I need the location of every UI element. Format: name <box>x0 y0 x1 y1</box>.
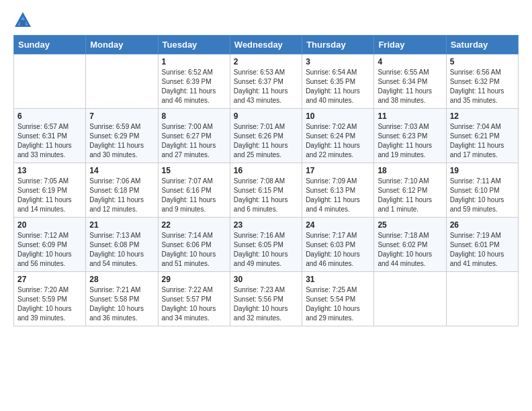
day-number: 3 <box>306 57 370 66</box>
cell-info: Sunrise: 7:05 AMSunset: 6:19 PMDaylight:… <box>17 177 82 214</box>
day-number: 14 <box>89 166 154 175</box>
cell-info: Sunrise: 7:25 AMSunset: 5:54 PMDaylight:… <box>306 285 370 323</box>
calendar-cell: 8Sunrise: 7:00 AMSunset: 6:27 PMDaylight… <box>158 109 230 163</box>
weekday-header-wednesday: Wednesday <box>230 36 302 54</box>
day-number: 2 <box>234 57 298 66</box>
day-number: 19 <box>450 166 515 175</box>
day-number: 20 <box>17 220 82 230</box>
calendar-cell: 21Sunrise: 7:13 AMSunset: 6:08 PMDayligh… <box>86 218 158 272</box>
calendar-cell: 13Sunrise: 7:05 AMSunset: 6:19 PMDayligh… <box>14 163 86 218</box>
day-number: 29 <box>162 275 226 284</box>
cell-info: Sunrise: 7:03 AMSunset: 6:23 PMDaylight:… <box>378 122 442 160</box>
day-number: 5 <box>450 57 515 66</box>
weekday-header-sunday: Sunday <box>14 36 86 54</box>
cell-info: Sunrise: 7:04 AMSunset: 6:21 PMDaylight:… <box>450 122 515 160</box>
calendar-cell <box>14 54 86 109</box>
calendar-cell: 11Sunrise: 7:03 AMSunset: 6:23 PMDayligh… <box>374 109 446 163</box>
day-number: 27 <box>17 275 82 284</box>
day-number: 22 <box>162 220 226 230</box>
cell-info: Sunrise: 7:14 AMSunset: 6:06 PMDaylight:… <box>162 231 226 269</box>
svg-rect-2 <box>20 20 26 26</box>
cell-info: Sunrise: 7:00 AMSunset: 6:27 PMDaylight:… <box>162 122 226 160</box>
cell-info: Sunrise: 6:52 AMSunset: 6:39 PMDaylight:… <box>162 68 226 105</box>
calendar-cell: 28Sunrise: 7:21 AMSunset: 5:58 PMDayligh… <box>86 272 158 326</box>
cell-info: Sunrise: 6:57 AMSunset: 6:31 PMDaylight:… <box>17 122 82 160</box>
calendar-cell <box>374 272 446 326</box>
day-number: 30 <box>234 275 298 284</box>
calendar-cell: 20Sunrise: 7:12 AMSunset: 6:09 PMDayligh… <box>14 218 86 272</box>
calendar-cell: 2Sunrise: 6:53 AMSunset: 6:37 PMDaylight… <box>230 54 302 109</box>
day-number: 25 <box>378 220 442 230</box>
week-row-2: 6Sunrise: 6:57 AMSunset: 6:31 PMDaylight… <box>14 109 519 163</box>
day-number: 28 <box>89 275 154 284</box>
day-number: 21 <box>89 220 154 230</box>
cell-info: Sunrise: 7:09 AMSunset: 6:13 PMDaylight:… <box>306 177 370 214</box>
calendar-cell: 17Sunrise: 7:09 AMSunset: 6:13 PMDayligh… <box>302 163 374 218</box>
cell-info: Sunrise: 7:06 AMSunset: 6:18 PMDaylight:… <box>89 177 154 214</box>
cell-info: Sunrise: 7:01 AMSunset: 6:26 PMDaylight:… <box>234 122 298 160</box>
day-number: 16 <box>234 166 298 175</box>
calendar-cell: 1Sunrise: 6:52 AMSunset: 6:39 PMDaylight… <box>158 54 230 109</box>
cell-info: Sunrise: 7:23 AMSunset: 5:56 PMDaylight:… <box>234 285 298 323</box>
calendar-cell <box>86 54 158 109</box>
day-number: 24 <box>306 220 370 230</box>
cell-info: Sunrise: 7:11 AMSunset: 6:10 PMDaylight:… <box>450 177 515 214</box>
calendar-cell: 16Sunrise: 7:08 AMSunset: 6:15 PMDayligh… <box>230 163 302 218</box>
calendar-cell <box>446 272 518 326</box>
calendar-cell: 25Sunrise: 7:18 AMSunset: 6:02 PMDayligh… <box>374 218 446 272</box>
calendar-cell: 14Sunrise: 7:06 AMSunset: 6:18 PMDayligh… <box>86 163 158 218</box>
calendar-cell: 27Sunrise: 7:20 AMSunset: 5:59 PMDayligh… <box>14 272 86 326</box>
page: SundayMondayTuesdayWednesdayThursdayFrid… <box>0 0 532 337</box>
day-number: 4 <box>378 57 442 66</box>
cell-info: Sunrise: 7:21 AMSunset: 5:58 PMDaylight:… <box>89 285 154 323</box>
cell-info: Sunrise: 6:55 AMSunset: 6:34 PMDaylight:… <box>378 68 442 105</box>
calendar-cell: 24Sunrise: 7:17 AMSunset: 6:03 PMDayligh… <box>302 218 374 272</box>
day-number: 18 <box>378 166 442 175</box>
cell-info: Sunrise: 7:18 AMSunset: 6:02 PMDaylight:… <box>378 231 442 269</box>
cell-info: Sunrise: 7:07 AMSunset: 6:16 PMDaylight:… <box>162 177 226 214</box>
calendar-cell: 7Sunrise: 6:59 AMSunset: 6:29 PMDaylight… <box>86 109 158 163</box>
calendar-cell: 23Sunrise: 7:16 AMSunset: 6:05 PMDayligh… <box>230 218 302 272</box>
calendar-cell: 15Sunrise: 7:07 AMSunset: 6:16 PMDayligh… <box>158 163 230 218</box>
cell-info: Sunrise: 7:13 AMSunset: 6:08 PMDaylight:… <box>89 231 154 269</box>
day-number: 9 <box>234 111 298 121</box>
calendar-cell: 19Sunrise: 7:11 AMSunset: 6:10 PMDayligh… <box>446 163 518 218</box>
day-number: 23 <box>234 220 298 230</box>
day-number: 26 <box>450 220 515 230</box>
cell-info: Sunrise: 6:59 AMSunset: 6:29 PMDaylight:… <box>89 122 154 160</box>
day-number: 8 <box>162 111 226 121</box>
day-number: 15 <box>162 166 226 175</box>
day-number: 31 <box>306 275 370 284</box>
calendar-cell: 30Sunrise: 7:23 AMSunset: 5:56 PMDayligh… <box>230 272 302 326</box>
day-number: 7 <box>89 111 154 121</box>
day-number: 17 <box>306 166 370 175</box>
day-number: 11 <box>378 111 442 121</box>
calendar-cell: 9Sunrise: 7:01 AMSunset: 6:26 PMDaylight… <box>230 109 302 163</box>
week-row-5: 27Sunrise: 7:20 AMSunset: 5:59 PMDayligh… <box>14 272 519 326</box>
week-row-1: 1Sunrise: 6:52 AMSunset: 6:39 PMDaylight… <box>14 54 519 109</box>
calendar-cell: 18Sunrise: 7:10 AMSunset: 6:12 PMDayligh… <box>374 163 446 218</box>
calendar-cell: 29Sunrise: 7:22 AMSunset: 5:57 PMDayligh… <box>158 272 230 326</box>
calendar-cell: 10Sunrise: 7:02 AMSunset: 6:24 PMDayligh… <box>302 109 374 163</box>
calendar-cell: 12Sunrise: 7:04 AMSunset: 6:21 PMDayligh… <box>446 109 518 163</box>
calendar-cell: 4Sunrise: 6:55 AMSunset: 6:34 PMDaylight… <box>374 54 446 109</box>
calendar: SundayMondayTuesdayWednesdayThursdayFrid… <box>13 35 519 326</box>
cell-info: Sunrise: 6:53 AMSunset: 6:37 PMDaylight:… <box>234 68 298 105</box>
calendar-cell: 3Sunrise: 6:54 AMSunset: 6:35 PMDaylight… <box>302 54 374 109</box>
header <box>13 11 519 30</box>
day-number: 1 <box>162 57 226 66</box>
logo-icon <box>13 11 32 30</box>
calendar-cell: 26Sunrise: 7:19 AMSunset: 6:01 PMDayligh… <box>446 218 518 272</box>
day-number: 12 <box>450 111 515 121</box>
weekday-header-tuesday: Tuesday <box>158 36 230 54</box>
cell-info: Sunrise: 7:02 AMSunset: 6:24 PMDaylight:… <box>306 122 370 160</box>
weekday-header-monday: Monday <box>86 36 158 54</box>
cell-info: Sunrise: 7:19 AMSunset: 6:01 PMDaylight:… <box>450 231 515 269</box>
cell-info: Sunrise: 7:08 AMSunset: 6:15 PMDaylight:… <box>234 177 298 214</box>
weekday-header-thursday: Thursday <box>302 36 374 54</box>
cell-info: Sunrise: 7:12 AMSunset: 6:09 PMDaylight:… <box>17 231 82 269</box>
calendar-cell: 5Sunrise: 6:56 AMSunset: 6:32 PMDaylight… <box>446 54 518 109</box>
calendar-cell: 31Sunrise: 7:25 AMSunset: 5:54 PMDayligh… <box>302 272 374 326</box>
cell-info: Sunrise: 7:16 AMSunset: 6:05 PMDaylight:… <box>234 231 298 269</box>
cell-info: Sunrise: 7:17 AMSunset: 6:03 PMDaylight:… <box>306 231 370 269</box>
